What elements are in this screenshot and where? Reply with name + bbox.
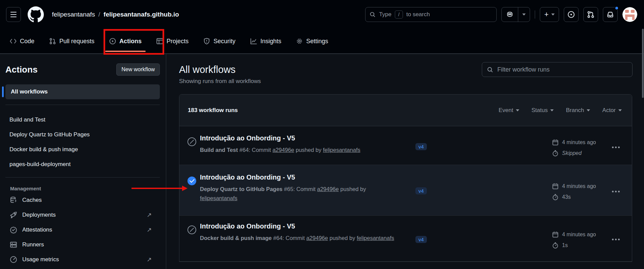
run-title-link[interactable]: Introdução ao Onbording - V5 <box>200 173 402 181</box>
tab-actions[interactable]: Actions <box>109 29 142 53</box>
search-icon <box>487 66 493 73</box>
create-new-button[interactable]: + <box>540 7 559 22</box>
stopwatch-icon <box>552 150 559 157</box>
workflow-run-row[interactable]: Introdução ao Onbording - V5 Docker buil… <box>179 216 632 262</box>
tab-pull-requests[interactable]: Pull requests <box>49 29 94 53</box>
slash-key-hint: / <box>395 10 403 19</box>
run-meta: 4 minutes ago Skipped <box>552 138 596 160</box>
graph-icon <box>250 38 257 45</box>
tab-projects-label: Projects <box>167 38 188 45</box>
actor-filter-dropdown[interactable]: Actor <box>602 107 622 114</box>
sidebar-item-pages-build-deployment[interactable]: pages-build-deployment <box>9 157 160 172</box>
workflow-run-row[interactable]: Introdução ao Onbording - V5 Build and T… <box>179 126 632 165</box>
commit-link[interactable]: a29496e <box>272 147 294 153</box>
issue-opened-icon <box>567 11 575 18</box>
run-subtitle: Docker build & push image #64: Commit a2… <box>200 234 402 243</box>
calendar-icon <box>552 139 559 146</box>
runs-card-header: 183 workflow runs Event Status Branch Ac… <box>179 95 632 126</box>
tab-settings[interactable]: Settings <box>296 29 328 53</box>
success-icon <box>187 177 196 185</box>
sidebar-item-build-and-test[interactable]: Build and Test <box>9 112 160 127</box>
actor-link[interactable]: felipesantanafs <box>357 235 394 241</box>
page-subtitle: Showing runs from all workflows <box>179 78 633 85</box>
copilot-icon[interactable] <box>502 7 518 22</box>
run-duration: 1s <box>562 242 568 248</box>
stopwatch-icon <box>552 194 559 200</box>
copilot-dropdown-caret[interactable] <box>518 7 530 22</box>
actor-link[interactable]: felipesantanafs <box>200 195 237 201</box>
tab-projects[interactable]: Projects <box>156 29 188 53</box>
commit-link[interactable]: a29496e <box>306 235 328 241</box>
hamburger-menu-button[interactable] <box>6 7 21 22</box>
external-link-icon: ↗ <box>147 256 152 263</box>
tab-code-label: Code <box>20 38 34 45</box>
kebab-icon <box>615 239 617 240</box>
user-avatar[interactable] <box>622 7 637 22</box>
breadcrumb-owner-link[interactable]: felipesantanafs <box>52 11 95 18</box>
usage-metrics-label: Usage metrics <box>22 256 59 263</box>
event-filter-dropdown[interactable]: Event <box>499 107 519 114</box>
run-title-link[interactable]: Introdução ao Onbording - V5 <box>200 134 402 142</box>
workflow-runs-card: 183 workflow runs Event Status Branch Ac… <box>179 94 632 262</box>
plus-icon: + <box>544 11 549 18</box>
tab-insights[interactable]: Insights <box>250 29 281 53</box>
rocket-icon <box>9 211 18 219</box>
sidebar-item-docker-build[interactable]: Docker build & push image <box>9 142 160 157</box>
commit-link[interactable]: a29496e <box>317 186 339 192</box>
kebab-menu-button[interactable] <box>609 236 622 243</box>
tab-actions-label: Actions <box>119 38 142 45</box>
top-header: felipesantanafs / felipesantanafs.github… <box>0 0 644 29</box>
version-badge[interactable]: v4 <box>415 236 427 243</box>
sidebar-item-attestations[interactable]: Attestations ↗ <box>9 222 160 237</box>
pull-requests-button[interactable] <box>583 7 598 22</box>
breadcrumb-separator: / <box>98 11 100 18</box>
kebab-menu-button[interactable] <box>609 143 622 151</box>
repo-nav-tabs: Code Pull requests Actions Projects Secu… <box>0 29 644 54</box>
runners-label: Runners <box>22 241 44 248</box>
workflow-run-row[interactable]: Introdução ao Onbording - V5 Deploy Quar… <box>179 165 632 216</box>
notification-dot <box>615 6 619 10</box>
calendar-icon <box>552 231 559 238</box>
copilot-button[interactable] <box>501 7 530 22</box>
tab-settings-label: Settings <box>306 38 328 45</box>
actions-sidebar: Actions New workflow All workflows Build… <box>0 54 166 269</box>
workflow-runs-count: 183 workflow runs <box>188 107 238 114</box>
sidebar-item-deployments[interactable]: Deployments ↗ <box>9 208 160 222</box>
filter-workflow-runs-input[interactable]: Filter workflow runs <box>482 62 633 77</box>
sidebar-item-caches[interactable]: Caches <box>9 193 160 208</box>
actor-link[interactable]: felipesantanafs <box>323 147 360 153</box>
table-icon <box>156 38 163 45</box>
sidebar-item-deploy-quartz[interactable]: Deploy Quartz to GitHub Pages <box>9 127 160 142</box>
header-actions: Type / to search + <box>365 7 637 22</box>
stopwatch-icon <box>552 242 559 249</box>
page-scrollbar[interactable] <box>642 29 644 98</box>
github-logo-icon[interactable] <box>28 6 44 23</box>
chevron-down-icon <box>587 109 590 111</box>
breadcrumb-repo-link[interactable]: felipesantanafs.github.io <box>104 11 179 18</box>
issues-button[interactable] <box>564 7 579 22</box>
run-title-link[interactable]: Introdução ao Onbording - V5 <box>200 222 402 230</box>
status-filter-dropdown[interactable]: Status <box>531 107 554 114</box>
kebab-menu-button[interactable] <box>609 188 622 195</box>
play-circle-icon <box>109 38 116 45</box>
sidebar-item-usage-metrics[interactable]: Usage metrics ↗ <box>9 252 160 267</box>
run-filters: Event Status Branch Actor <box>499 107 622 114</box>
chevron-down-icon <box>618 109 622 111</box>
notifications-button[interactable] <box>603 7 618 22</box>
version-badge[interactable]: v4 <box>415 187 427 194</box>
new-workflow-button[interactable]: New workflow <box>116 63 160 76</box>
sidebar-item-runners[interactable]: Runners <box>9 237 160 252</box>
external-link-icon: ↗ <box>147 211 152 219</box>
header-divider <box>535 10 535 19</box>
sidebar-item-all-workflows[interactable]: All workflows <box>5 84 160 99</box>
kebab-icon <box>615 146 617 148</box>
global-search-input[interactable]: Type / to search <box>365 7 497 22</box>
sidebar-title: Actions <box>5 64 37 75</box>
run-meta: 4 minutes ago 1s <box>552 230 596 252</box>
version-badge[interactable]: v4 <box>415 143 427 150</box>
tab-security[interactable]: Security <box>203 29 235 53</box>
sidebar-divider <box>5 177 160 178</box>
tab-code[interactable]: Code <box>10 29 34 53</box>
code-icon <box>10 38 17 45</box>
branch-filter-dropdown[interactable]: Branch <box>566 107 590 114</box>
